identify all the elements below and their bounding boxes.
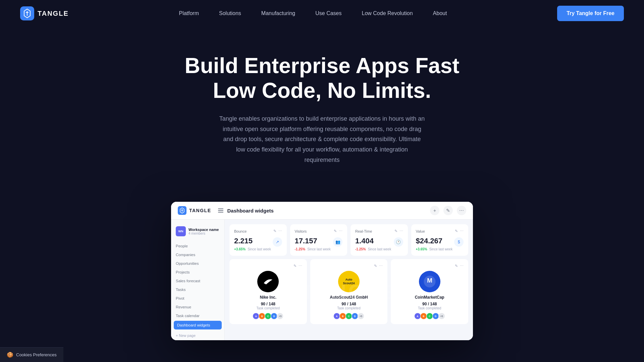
nike-logo xyxy=(257,271,279,292)
stat-card-value: Value ✎ ⋯ $24.267 $ +3.65% Sin xyxy=(411,224,469,256)
stat-since-realtime: Since last week xyxy=(368,247,391,251)
sidebar-item-projects[interactable]: Projects xyxy=(171,268,224,277)
avatar: D xyxy=(352,313,358,319)
nav-item-lowcode[interactable]: Low Code Revolution xyxy=(362,10,413,16)
stat-icon-visitors: 👥 xyxy=(333,237,342,247)
sidebar-item-tasks[interactable]: Tasks xyxy=(171,285,224,294)
stat-value-value: $24.267 xyxy=(416,237,443,245)
stat-edit-icon-realtime[interactable]: ✎ xyxy=(394,229,397,233)
stat-title-realtime: Real-Time xyxy=(355,229,372,233)
company-card-header-nike: ✎ ⋯ xyxy=(234,264,302,268)
stat-title-visitors: Visitors xyxy=(295,229,307,233)
company-name-autoscout: AutoScout24 GmbH xyxy=(315,295,383,300)
stat-title-value: Value xyxy=(416,229,425,233)
dash-more-button[interactable]: ⋯ xyxy=(457,206,466,215)
stat-since-bounce: Since last week xyxy=(248,247,271,251)
nav-item-usecases[interactable]: Use Cases xyxy=(315,10,341,16)
cookie-text: Cookies Preferences xyxy=(16,352,57,357)
sidebar-item-companies[interactable]: Companies xyxy=(171,250,224,259)
company-task-coinmarket: Task completed xyxy=(395,306,464,310)
company-more-nike[interactable]: ⋯ xyxy=(299,264,302,268)
coinmarket-logo: M xyxy=(419,271,440,292)
logo-icon xyxy=(20,6,34,20)
dash-add-button[interactable]: + xyxy=(430,206,439,215)
company-cards-row: TANGLE ✎ ⋯ Nike Inc. xyxy=(229,259,468,324)
company-edit-nike[interactable]: ✎ xyxy=(293,264,297,268)
dashboard-window: TANGLE Dashboard widgets + ✎ ⋯ WN Wo xyxy=(171,202,473,340)
stat-cards-row: Bounce ✎ ⋯ 2.215 ↗ +3.65% Sinc xyxy=(229,224,468,256)
cookie-bar[interactable]: 🍪 Cookies Preferences xyxy=(0,347,63,362)
company-card-header-autoscout: ✎ ⋯ xyxy=(315,264,383,268)
company-card-header-coinmarket: ✎ ⋯ xyxy=(395,264,464,268)
avatar: C xyxy=(345,313,352,319)
stat-edit-icon-visitors[interactable]: ✎ xyxy=(334,229,337,233)
avatar-count: +5 xyxy=(438,313,445,319)
avatar: A xyxy=(253,313,259,319)
avatar: A xyxy=(414,313,421,319)
avatar: D xyxy=(432,313,439,319)
stat-more-icon-bounce[interactable]: ⋯ xyxy=(278,229,282,233)
autoscout-logo-text: Auto Scout24 xyxy=(338,277,360,287)
hero-section: Build Enterprise Apps Fast Low Code, No … xyxy=(0,27,644,185)
dash-logo-icon xyxy=(178,206,186,215)
sidebar-item-dashboard-widgets[interactable]: Dashboard widgets xyxy=(174,321,222,329)
avatar-group-nike: A B C D +5 xyxy=(234,313,302,319)
stat-edit-icon-bounce[interactable]: ✎ xyxy=(273,229,276,233)
company-name-nike: Nike Inc. xyxy=(234,295,302,300)
dash-main: Bounce ✎ ⋯ 2.215 ↗ +3.65% Sinc xyxy=(225,220,473,340)
logo[interactable]: TANGLE xyxy=(20,6,69,20)
avatar: C xyxy=(426,313,433,319)
sidebar-item-pivot[interactable]: Pivot xyxy=(171,294,224,303)
logo-text: TANGLE xyxy=(38,10,69,17)
stat-card-bounce: Bounce ✎ ⋯ 2.215 ↗ +3.65% Sinc xyxy=(229,224,287,256)
company-progress-coinmarket: 90 / 148 xyxy=(395,302,464,306)
stat-more-icon-visitors[interactable]: ⋯ xyxy=(339,229,342,233)
sidebar-item-people[interactable]: People xyxy=(171,242,224,250)
stat-badge-bounce: +3.65% xyxy=(234,247,246,251)
stat-badge-value: +3.65% xyxy=(416,247,427,251)
navbar: TANGLE Platform Solutions Manufacturing … xyxy=(0,0,644,27)
avatar: D xyxy=(271,313,277,319)
stat-more-icon-value[interactable]: ⋯ xyxy=(460,229,464,233)
stat-value-visitors: 17.157 xyxy=(295,237,317,245)
dash-body: WN Workspace name 4 members People Compa… xyxy=(171,220,473,340)
nav-item-about[interactable]: About xyxy=(433,10,447,16)
avatar-count: +5 xyxy=(277,313,283,319)
avatar-count: +5 xyxy=(358,313,364,319)
sidebar-item-revenue[interactable]: Revenue xyxy=(171,303,224,311)
dash-topbar-right: + ✎ ⋯ xyxy=(430,206,466,215)
workspace-avatar: WN xyxy=(176,226,186,236)
stat-value-bounce: 2.215 xyxy=(234,237,253,245)
nav-item-platform[interactable]: Platform xyxy=(179,10,199,16)
company-progress-nike: 90 / 148 xyxy=(234,302,302,306)
nav-item-manufacturing[interactable]: Manufacturing xyxy=(261,10,295,16)
dash-topbar: TANGLE Dashboard widgets + ✎ ⋯ xyxy=(171,202,473,220)
company-more-coinmarket[interactable]: ⋯ xyxy=(460,264,464,268)
sidebar-item-task-calendar[interactable]: Task calendar xyxy=(171,311,224,320)
workspace-name: Workspace name xyxy=(189,228,219,232)
dash-edit-button[interactable]: ✎ xyxy=(443,206,453,215)
avatar: B xyxy=(259,313,265,319)
stat-card-realtime: Real-Time ✎ ⋯ 1.404 🕐 -1.25% xyxy=(351,224,408,256)
svg-text:M: M xyxy=(427,277,432,284)
sidebar-new-page[interactable]: + New page xyxy=(171,331,224,340)
company-edit-coinmarket[interactable]: ✎ xyxy=(455,264,458,268)
dash-hamburger-icon[interactable] xyxy=(218,208,223,213)
sidebar-item-sales-forecast[interactable]: Sales forecast xyxy=(171,277,224,285)
nav-item-solutions[interactable]: Solutions xyxy=(219,10,241,16)
cta-button[interactable]: Try Tangle for Free xyxy=(557,6,624,21)
company-more-autoscout[interactable]: ⋯ xyxy=(379,264,383,268)
avatar-group-coinmarket: A B C D +5 xyxy=(395,313,464,319)
dashboard-preview: TANGLE Dashboard widgets + ✎ ⋯ WN Wo xyxy=(0,202,644,340)
stat-more-icon-realtime[interactable]: ⋯ xyxy=(399,229,403,233)
sidebar-item-opportunities[interactable]: Opportunities xyxy=(171,259,224,268)
hero-heading-line1: Build Enterprise Apps Fast xyxy=(184,54,459,78)
stat-title-bounce: Bounce xyxy=(234,229,247,233)
stat-edit-icon-value[interactable]: ✎ xyxy=(455,229,458,233)
company-task-nike: Task completed xyxy=(234,306,302,310)
company-edit-autoscout[interactable]: ✎ xyxy=(374,264,377,268)
company-progress-autoscout: 90 / 148 xyxy=(315,302,383,306)
dash-logo-text: TANGLE xyxy=(189,208,211,213)
company-card-coinmarket: ✎ ⋯ M CoinMarketCap 90 / 148 Task xyxy=(391,259,468,324)
hero-description: Tangle enables organizations to build en… xyxy=(218,114,426,165)
